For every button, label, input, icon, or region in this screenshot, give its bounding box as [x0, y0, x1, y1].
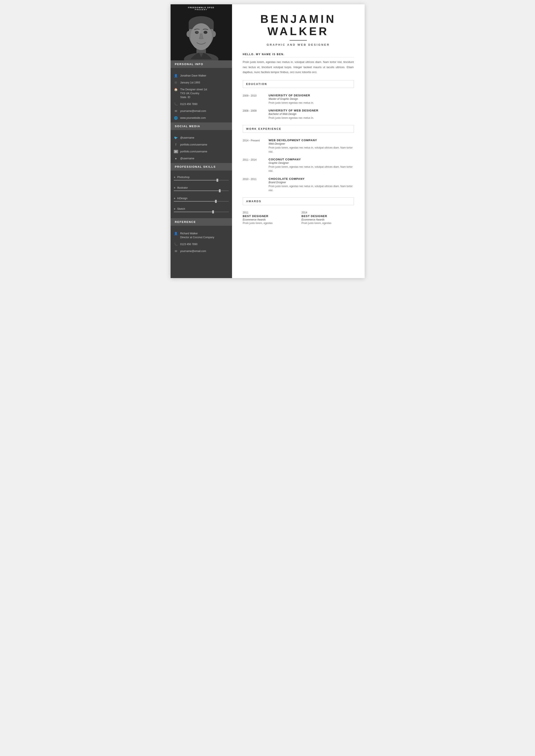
skill-header: + Sketch — [174, 207, 229, 211]
main-header: BENJAMIN WALKER GRAPHIC AND WEB DESIGNER — [243, 13, 354, 46]
ref-phone-icon: 📞 — [174, 243, 178, 246]
phone-row: 📞 0123 456 7890 — [171, 101, 232, 108]
skill-item: + InDesign — [171, 195, 232, 205]
work-company: CHOCOLATE COMPANY — [269, 177, 354, 180]
facebook-icon: f — [174, 143, 178, 147]
watermark-line1: FREEDOWNLO DPSD — [171, 7, 232, 9]
skill-header: + Illustrator — [174, 186, 229, 189]
awards-section: AWARDS — [243, 198, 354, 205]
award-org: Ecommerce Awards — [301, 218, 354, 221]
name-display: BENJAMIN WALKER — [243, 13, 354, 38]
skill-bar — [174, 212, 229, 212]
email-icon: ✉ — [174, 109, 178, 113]
portrait-svg — [178, 11, 225, 60]
work-details: WEB DEVELOPMENT COMPANY Web-Designer Pro… — [269, 139, 354, 154]
ref-person-icon: 👤 — [174, 232, 178, 235]
skill-item: + Photoshop — [171, 174, 232, 184]
skill-bar-fill — [174, 180, 217, 180]
skills-block: + Photoshop + Illustrator + InDesign — [171, 173, 232, 218]
edu-desc: Proin justo lorem egestas nec metus in. — [269, 116, 354, 120]
edu-details: UNIVERSITY OF DESIGNER Master of Graphic… — [269, 94, 354, 105]
instagram-icon: ● — [174, 157, 178, 160]
skill-plus-icon: + — [174, 186, 176, 189]
ref-name-row: 👤 Richard Walker Director at Coconut Com… — [171, 230, 232, 241]
skill-bar-fill — [174, 191, 219, 191]
skill-plus-icon: + — [174, 176, 176, 179]
skill-bar-thumb — [215, 200, 217, 203]
award-year: 2014 — [301, 211, 354, 214]
ref-info: Richard Walker Director at Coconut Compa… — [180, 231, 214, 239]
address: The Designer street 1st TXS UK.Country S… — [180, 88, 207, 99]
linkedin-icon: in — [174, 150, 178, 153]
education-entry: 2009 - 2010 UNIVERSITY OF DESIGNER Maste… — [243, 94, 354, 105]
work-entry: 2014 - Present WEB DEVELOPMENT COMPANY W… — [243, 139, 354, 154]
twitter-handle: @username — [180, 136, 194, 140]
ref-email: yourname@email.com — [180, 249, 206, 253]
ref-email-icon: ✉ — [174, 249, 178, 253]
edu-desc: Proin justo lorem egestas nec metus in. — [269, 101, 354, 105]
ref-email-row: ✉ yourname@email.com — [171, 248, 232, 255]
ref-name: Richard Walker — [180, 231, 214, 235]
education-section: EDUCATION — [243, 80, 354, 88]
twitter-row: 🐦 @username — [171, 134, 232, 141]
photo-section: FREEDOWNLO DPSD PRESENT — [171, 4, 232, 60]
work-content: 2014 - Present WEB DEVELOPMENT COMPANY W… — [243, 136, 354, 198]
skill-bar-thumb — [212, 210, 214, 213]
resume-container: FREEDOWNLO DPSD PRESENT — [171, 4, 365, 278]
skill-plus-icon: + — [174, 197, 176, 200]
skill-plus-icon: + — [174, 207, 176, 211]
skill-bar — [174, 180, 229, 180]
edu-school: UNIVERSITY OF DESIGNER — [269, 94, 354, 97]
edu-school: UNIVERSITY OF WEB DESIGNER — [269, 109, 354, 112]
award-title: BEST DESIGNER — [301, 214, 354, 218]
work-desc: Proin justo lorem, egestas nec netus in,… — [269, 146, 354, 154]
name-line1: BENJAMIN — [243, 13, 354, 25]
work-details: CHOCOLATE COMPANY Brand Drsigner Proin j… — [269, 177, 354, 193]
personal-info-block: 👤 Jonathan Dave Walker ☉ January 1st 199… — [171, 70, 232, 122]
education-title: EDUCATION — [246, 83, 351, 86]
work-section: WORK EXPERIENCE — [243, 125, 354, 133]
instagram-row: ● @username — [171, 155, 232, 162]
email-row: ✉ yourname@email.com — [171, 108, 232, 115]
award-desc: Proin justo lorem, egestas — [243, 222, 295, 225]
facebook-row: f portfolio.com/username — [171, 141, 232, 148]
email: yourname@email.com — [180, 109, 206, 113]
watermark-line2: PRESENT — [171, 9, 232, 11]
awards-title: AWARDS — [246, 200, 351, 203]
skill-name: Illustrator — [177, 186, 188, 189]
personal-name-row: 👤 Jonathan Dave Walker — [171, 72, 232, 79]
edu-details: UNIVERSITY OF WEB DESIGNER Bachelor of W… — [269, 109, 354, 120]
phone-icon: 📞 — [174, 102, 178, 106]
social-title: SOCIAL MEDIA — [171, 122, 232, 130]
work-dates: 2011 - 2014 — [243, 158, 265, 173]
work-desc: Proin justo lorem, egestas nec netus in,… — [269, 165, 354, 173]
skill-name: Sketch — [177, 207, 185, 210]
sidebar: FREEDOWNLO DPSD PRESENT — [171, 4, 232, 278]
education-entry: 2008 - 2009 UNIVERSITY OF WEB DESIGNER B… — [243, 109, 354, 120]
website-row: 🌐 www.yourwebsite.com — [171, 115, 232, 122]
skill-header: + Photoshop — [174, 176, 229, 179]
ref-phone: 0123 456 7890 — [180, 242, 198, 246]
education-content: 2009 - 2010 UNIVERSITY OF DESIGNER Maste… — [243, 91, 354, 125]
svg-point-6 — [211, 31, 216, 37]
dob: January 1st 1993 — [180, 81, 200, 85]
work-company: WEB DEVELOPMENT COMPANY — [269, 139, 354, 142]
globe-icon: 🌐 — [174, 116, 178, 120]
linkedin-url: portfolio.com/username — [180, 149, 207, 153]
ref-phone-row: 📞 0123 456 7890 — [171, 241, 232, 248]
work-dates: 2014 - Present — [243, 139, 265, 154]
edu-degree: Bachelor of Web Design — [269, 113, 354, 116]
job-title: GRAPHIC AND WEB DESIGNER — [243, 43, 354, 46]
award-desc: Proin justo lorem, egestas — [301, 222, 354, 225]
address-row: 🏠 The Designer street 1st TXS UK.Country… — [171, 86, 232, 101]
dob-row: ☉ January 1st 1993 — [171, 79, 232, 86]
full-name: Jonathan Dave Walker — [180, 74, 206, 78]
reference-title: REFERENCE — [171, 218, 232, 226]
skill-bar — [174, 201, 229, 202]
skill-item: + Sketch — [171, 205, 232, 216]
intro-text: Proin justo lorem, egestas nec metus in,… — [243, 60, 354, 75]
work-entry: 2011 - 2014 COCONUT COMPANY Graphic Desi… — [243, 158, 354, 173]
website: www.yourwebsite.com — [180, 116, 206, 120]
skill-bar-fill — [174, 201, 215, 202]
address-icon: 🏠 — [174, 88, 178, 91]
